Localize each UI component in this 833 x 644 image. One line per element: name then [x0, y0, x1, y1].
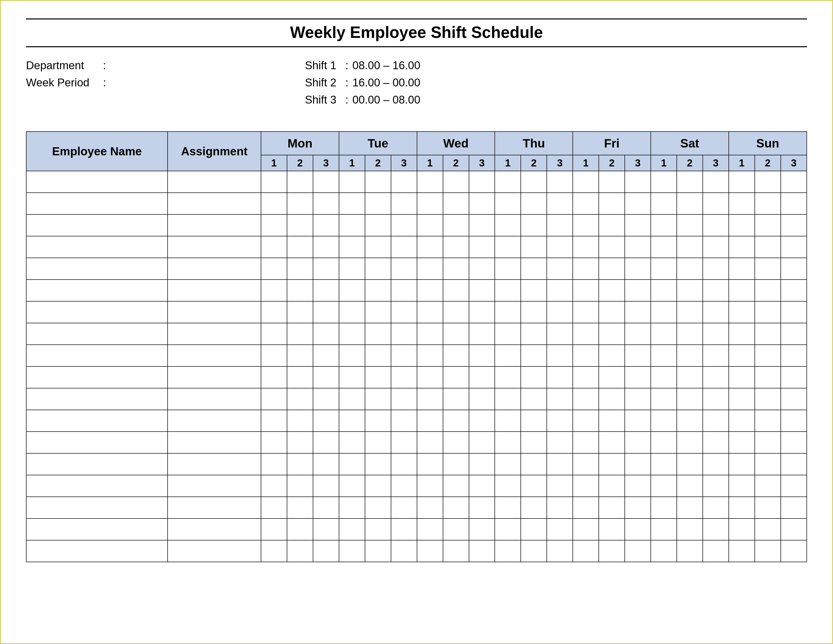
cell-shift[interactable] [495, 301, 521, 323]
cell-shift[interactable] [651, 193, 677, 214]
cell-shift[interactable] [781, 323, 807, 345]
cell-shift[interactable] [625, 345, 651, 367]
cell-shift[interactable] [417, 301, 443, 323]
cell-shift[interactable] [599, 453, 625, 475]
cell-shift[interactable] [729, 540, 755, 562]
cell-assignment[interactable] [167, 410, 261, 431]
cell-shift[interactable] [729, 367, 755, 388]
cell-shift[interactable] [781, 518, 807, 540]
cell-shift[interactable] [417, 453, 443, 475]
cell-assignment[interactable] [167, 453, 261, 475]
cell-shift[interactable] [651, 388, 677, 410]
cell-shift[interactable] [443, 410, 469, 431]
cell-shift[interactable] [443, 367, 469, 388]
cell-shift[interactable] [651, 540, 677, 562]
cell-shift[interactable] [521, 214, 547, 236]
cell-employee-name[interactable] [26, 323, 167, 345]
cell-shift[interactable] [703, 410, 729, 431]
cell-shift[interactable] [261, 258, 287, 280]
cell-shift[interactable] [469, 367, 495, 388]
cell-shift[interactable] [313, 497, 339, 518]
cell-shift[interactable] [677, 345, 703, 367]
cell-shift[interactable] [651, 214, 677, 236]
cell-shift[interactable] [339, 497, 365, 518]
cell-shift[interactable] [417, 388, 443, 410]
cell-shift[interactable] [417, 345, 443, 367]
cell-shift[interactable] [495, 367, 521, 388]
cell-shift[interactable] [287, 388, 313, 410]
cell-shift[interactable] [781, 475, 807, 497]
cell-shift[interactable] [625, 323, 651, 345]
cell-shift[interactable] [469, 453, 495, 475]
cell-shift[interactable] [599, 301, 625, 323]
cell-shift[interactable] [625, 367, 651, 388]
cell-employee-name[interactable] [26, 171, 167, 193]
cell-shift[interactable] [339, 453, 365, 475]
cell-shift[interactable] [781, 453, 807, 475]
cell-shift[interactable] [625, 518, 651, 540]
cell-shift[interactable] [547, 410, 573, 431]
cell-shift[interactable] [729, 410, 755, 431]
cell-shift[interactable] [573, 258, 599, 280]
cell-shift[interactable] [703, 367, 729, 388]
cell-shift[interactable] [391, 236, 417, 258]
cell-shift[interactable] [391, 431, 417, 453]
cell-shift[interactable] [651, 301, 677, 323]
cell-shift[interactable] [443, 453, 469, 475]
cell-shift[interactable] [313, 345, 339, 367]
cell-employee-name[interactable] [26, 497, 167, 518]
cell-shift[interactable] [703, 280, 729, 301]
cell-shift[interactable] [573, 475, 599, 497]
cell-shift[interactable] [391, 323, 417, 345]
cell-shift[interactable] [365, 258, 391, 280]
cell-shift[interactable] [495, 345, 521, 367]
cell-shift[interactable] [573, 431, 599, 453]
cell-shift[interactable] [599, 367, 625, 388]
cell-shift[interactable] [521, 518, 547, 540]
cell-shift[interactable] [599, 518, 625, 540]
cell-shift[interactable] [495, 236, 521, 258]
cell-shift[interactable] [365, 301, 391, 323]
cell-shift[interactable] [677, 280, 703, 301]
cell-employee-name[interactable] [26, 367, 167, 388]
cell-shift[interactable] [261, 410, 287, 431]
cell-shift[interactable] [573, 410, 599, 431]
cell-shift[interactable] [391, 497, 417, 518]
cell-shift[interactable] [573, 540, 599, 562]
cell-shift[interactable] [677, 301, 703, 323]
cell-shift[interactable] [287, 258, 313, 280]
cell-shift[interactable] [755, 193, 781, 214]
cell-shift[interactable] [443, 497, 469, 518]
cell-shift[interactable] [261, 518, 287, 540]
cell-shift[interactable] [651, 236, 677, 258]
cell-shift[interactable] [339, 258, 365, 280]
cell-assignment[interactable] [167, 323, 261, 345]
cell-shift[interactable] [677, 323, 703, 345]
cell-shift[interactable] [261, 236, 287, 258]
cell-assignment[interactable] [167, 193, 261, 214]
cell-shift[interactable] [729, 453, 755, 475]
cell-shift[interactable] [599, 171, 625, 193]
cell-shift[interactable] [755, 518, 781, 540]
cell-shift[interactable] [365, 323, 391, 345]
cell-employee-name[interactable] [26, 214, 167, 236]
cell-shift[interactable] [599, 214, 625, 236]
cell-shift[interactable] [781, 171, 807, 193]
cell-shift[interactable] [547, 540, 573, 562]
cell-assignment[interactable] [167, 431, 261, 453]
cell-shift[interactable] [625, 475, 651, 497]
cell-shift[interactable] [521, 280, 547, 301]
cell-shift[interactable] [495, 410, 521, 431]
cell-shift[interactable] [339, 236, 365, 258]
cell-shift[interactable] [755, 453, 781, 475]
cell-shift[interactable] [313, 367, 339, 388]
cell-shift[interactable] [651, 280, 677, 301]
cell-shift[interactable] [443, 171, 469, 193]
cell-shift[interactable] [521, 497, 547, 518]
cell-shift[interactable] [547, 475, 573, 497]
cell-shift[interactable] [391, 475, 417, 497]
cell-shift[interactable] [547, 214, 573, 236]
cell-shift[interactable] [755, 431, 781, 453]
cell-shift[interactable] [495, 540, 521, 562]
cell-shift[interactable] [755, 367, 781, 388]
